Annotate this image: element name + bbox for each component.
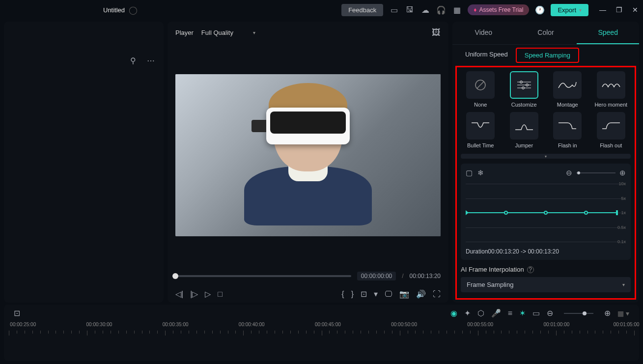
assets-trial-button[interactable]: ♦ Assets Free Trial (468, 4, 529, 15)
save-icon[interactable]: 🖫 (405, 5, 415, 14)
effects-icon[interactable]: ✦ (464, 308, 471, 318)
chevron-down-icon[interactable]: ▾ (374, 289, 378, 299)
export-label: Export (558, 6, 576, 14)
gem-icon: ♦ (474, 6, 476, 13)
ramp-keyframe[interactable] (504, 211, 508, 215)
crop-icon[interactable]: ⊡ (361, 289, 367, 299)
fullscreen-icon[interactable]: ⛶ (433, 290, 441, 299)
chevron-down-icon: ▾ (253, 30, 255, 35)
preset-customize[interactable]: Customize (504, 71, 544, 108)
svg-line-1 (477, 82, 484, 88)
ai-interpolation-select[interactable]: Frame Sampling ▾ (461, 277, 631, 292)
prev-frame-button[interactable]: ◁| (175, 289, 183, 299)
snapshot-icon[interactable]: 🖼 (432, 28, 441, 38)
preset-jumper[interactable]: Jumper (504, 112, 544, 149)
timeline-zoom-slider[interactable] (564, 313, 593, 314)
ramp-editor: ▢ ❄ ⊖ ⊕ 10x 5x 1x 0.5x 0.1x (461, 164, 631, 260)
play-button[interactable]: ▷ (205, 289, 211, 299)
chevron-down-icon: ▾ (579, 7, 582, 13)
mark-in-button[interactable]: { (341, 290, 344, 299)
preset-bullet-time[interactable]: Bullet Time (461, 112, 501, 149)
seek-bar[interactable] (175, 275, 351, 277)
ai-select-value: Frame Sampling (467, 281, 513, 288)
ramp-graph[interactable]: 10x 5x 1x 0.5x 0.1x (466, 181, 626, 244)
feedback-button[interactable]: Feedback (341, 4, 383, 16)
minimize-button[interactable]: — (599, 6, 606, 14)
mark-out-button[interactable]: } (351, 290, 354, 299)
microphone-icon[interactable]: 🎤 (491, 308, 501, 318)
library-panel: ⚲ ⋯ (4, 22, 164, 303)
shield-icon[interactable]: ⬡ (477, 308, 484, 318)
clock-icon[interactable]: 🕐 (535, 5, 545, 15)
expand-presets-button[interactable]: ▾ (461, 154, 631, 159)
preset-flash-in[interactable]: Flash in (548, 112, 587, 149)
titlebar: Untitled ◯ Feedback ▭ 🖫 ☁ 🎧 ▦ ♦ Assets F… (0, 0, 643, 20)
tab-speed[interactable]: Speed (577, 22, 639, 44)
chevron-down-icon: ▾ (622, 282, 625, 287)
list-icon[interactable]: ≡ (508, 309, 512, 318)
quality-value: Full Quality (201, 29, 233, 36)
preset-none[interactable]: None (461, 71, 501, 108)
freeze-frame-icon[interactable]: ❄ (477, 168, 484, 177)
headphones-icon[interactable]: 🎧 (436, 5, 446, 15)
cloud-icon[interactable]: ☁ (420, 5, 430, 15)
ai-tool-icon[interactable]: ◉ (450, 308, 457, 318)
preset-montage[interactable]: Montage (548, 71, 587, 108)
time-duration: 00:00:13:20 (410, 273, 441, 280)
player-label: Player (175, 29, 194, 36)
timeline-expand-icon[interactable]: ⊡ (14, 308, 20, 318)
keyframe-toggle[interactable]: ▢ (466, 168, 473, 177)
preset-flash-out[interactable]: Flash out (591, 112, 631, 149)
close-button[interactable]: ✕ (632, 6, 638, 14)
frame-icon[interactable]: ▭ (532, 308, 540, 318)
seek-handle[interactable] (172, 273, 178, 279)
timeline-ruler[interactable]: 00:00:25:00 00:00:30:00 00:00:35:00 00:0… (4, 322, 639, 341)
filter-icon[interactable]: ⚲ (128, 56, 138, 65)
zoom-out-icon[interactable]: ⊖ (566, 168, 572, 177)
subtab-speed-ramping[interactable]: Speed Ramping (516, 48, 579, 63)
ramp-start-handle[interactable] (466, 210, 469, 215)
preset-hero-moment[interactable]: Hero moment (591, 71, 631, 108)
inspector-panel: Video Color Speed Uniform Speed Speed Ra… (452, 22, 639, 303)
export-button[interactable]: Export ▾ (551, 4, 588, 16)
duration-label: Duration00:00:13:20 -> 00:00:13:20 (466, 248, 626, 255)
grid-options[interactable]: ▦ ▾ (617, 309, 629, 317)
video-viewport[interactable] (168, 44, 448, 267)
main-area: ⚲ ⋯ Player Full Quality ▾ 🖼 (0, 20, 643, 305)
tab-color[interactable]: Color (515, 22, 577, 44)
ai-interpolation-label: AI Frame Interpolation (461, 266, 524, 273)
video-frame (175, 74, 441, 236)
zoom-slider[interactable] (576, 172, 615, 173)
quality-select[interactable]: Full Quality ▾ (201, 29, 255, 36)
monitor-icon[interactable]: ▭ (389, 5, 399, 15)
stop-button[interactable]: □ (218, 290, 223, 299)
player-panel: Player Full Quality ▾ 🖼 (168, 22, 448, 303)
timeline-panel: ⊡ ◉ ✦ ⬡ 🎤 ≡ ✶ ▭ ⊖ ⊕ ▦ ▾ 00:00:25:00 00:0… (4, 305, 639, 361)
time-separator: / (402, 273, 403, 280)
camera-icon[interactable]: 📷 (399, 289, 409, 299)
info-icon[interactable]: ? (527, 266, 534, 273)
apps-icon[interactable]: ▦ (452, 5, 462, 15)
next-frame-button[interactable]: |▷ (190, 289, 198, 299)
display-icon[interactable]: 🖵 (385, 290, 392, 299)
volume-icon[interactable]: 🔊 (416, 289, 426, 299)
zoom-in-icon[interactable]: ⊕ (604, 308, 611, 318)
zoom-in-icon[interactable]: ⊕ (619, 168, 626, 177)
ramp-keyframe[interactable] (584, 211, 588, 215)
maximize-button[interactable]: ❐ (616, 6, 622, 14)
speed-ramping-section: None Customize Montage Hero moment Bulle… (455, 66, 636, 300)
ramp-keyframe[interactable] (544, 211, 548, 215)
status-check-icon: ◯ (129, 5, 138, 15)
subtab-uniform-speed[interactable]: Uniform Speed (457, 48, 516, 63)
tab-video[interactable]: Video (452, 22, 515, 44)
project-title: Untitled (103, 6, 125, 14)
assets-trial-label: Assets Free Trial (479, 6, 523, 13)
more-icon[interactable]: ⋯ (146, 56, 156, 65)
zoom-out-icon[interactable]: ⊖ (547, 308, 553, 318)
time-current: 00:00:00:00 (357, 272, 396, 280)
marker-icon[interactable]: ✶ (519, 308, 526, 318)
ramp-end-handle[interactable] (616, 210, 618, 215)
